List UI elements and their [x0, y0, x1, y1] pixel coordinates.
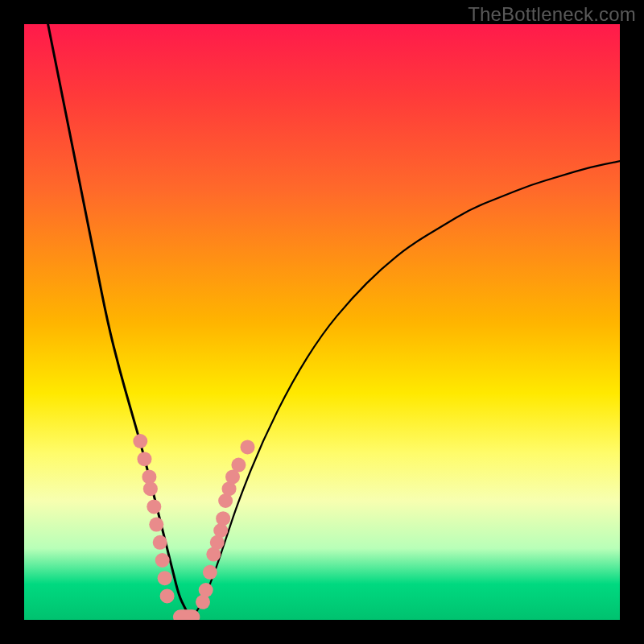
data-marker: [149, 518, 163, 532]
data-marker: [160, 588, 175, 603]
data-marker: [203, 565, 217, 580]
data-marker: [213, 523, 228, 538]
marker-layer: [133, 434, 254, 620]
data-marker: [155, 553, 170, 568]
data-marker: [137, 452, 151, 466]
data-marker: [147, 499, 161, 514]
watermark-label: TheBottleneck.com: [468, 3, 636, 26]
data-marker: [231, 458, 246, 473]
data-marker: [153, 535, 167, 550]
data-marker: [241, 440, 255, 454]
plot-area: [24, 24, 620, 620]
chart-svg: [24, 24, 620, 620]
bottom-marker-bar: [173, 609, 200, 620]
left-curve: [48, 24, 192, 620]
curve-layer: [48, 24, 620, 620]
data-marker: [143, 481, 158, 496]
chart-frame: TheBottleneck.com: [0, 0, 644, 644]
data-marker: [216, 511, 230, 526]
data-marker: [199, 583, 213, 597]
data-marker: [158, 571, 172, 585]
data-marker: [133, 434, 147, 448]
right-curve: [191, 161, 620, 620]
